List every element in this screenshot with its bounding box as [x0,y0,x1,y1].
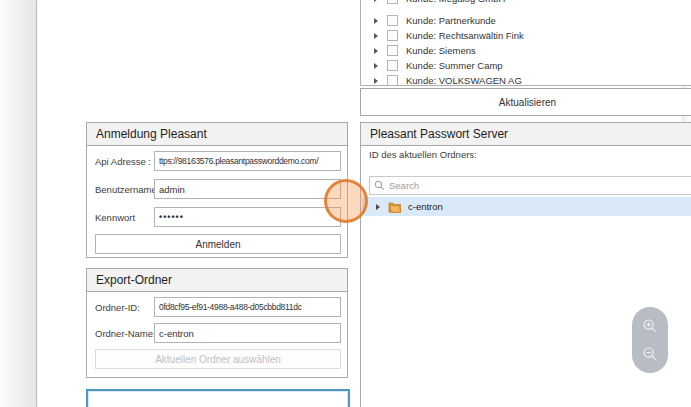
folder-id-input[interactable] [154,297,341,317]
server-tree-item-label: c-entron [408,201,443,212]
server-tree-row-selected[interactable]: c-entron [362,197,691,216]
zoom-out-button[interactable] [641,345,659,363]
search-icon [374,180,385,191]
login-button[interactable]: Anmelden [95,234,341,254]
tree-item-label: Kunde: VOLKSWAGEN AG [406,75,522,86]
current-folder-id-label: ID des aktuellen Ordners: [369,149,477,160]
tree-item-label: Kunde: Summer Camp [406,60,503,71]
tree-row[interactable]: Kunde: Rechtsanwältin Fink [361,28,691,43]
zoom-in-button[interactable] [641,317,659,335]
expander-icon[interactable] [374,18,378,24]
expander-icon[interactable] [374,0,378,2]
login-groupbox-title: Anmeldung Pleasant [87,123,347,146]
api-address-label: Api Adresse : [95,156,151,167]
tree-row[interactable]: Kunde: Summer Camp [361,58,691,73]
folder-name-label: Ordner-Name: [95,328,156,339]
checkbox[interactable] [387,75,398,86]
password-label: Kennwort [95,212,135,223]
expander-icon[interactable] [374,63,378,69]
page-edge-strip [5,0,37,407]
login-groupbox: Anmeldung Pleasant Api Adresse : Benutze… [86,122,348,258]
focused-button-clipped[interactable] [86,389,350,407]
api-address-input[interactable] [154,151,341,171]
app-window: Kunde: Megalog GmbH Kunde: Partnerkunde … [0,0,691,407]
expander-icon[interactable] [374,48,378,54]
search-box[interactable] [369,176,691,195]
customer-checkbox-tree: Kunde: Megalog GmbH Kunde: Partnerkunde … [360,0,691,86]
username-label: Benutzername [95,184,157,195]
tree-item-label: Kunde: Megalog GmbH [406,0,505,4]
expander-icon[interactable] [376,204,380,210]
checkbox[interactable] [387,60,398,71]
tree-row[interactable]: Kunde: Partnerkunde [361,13,691,28]
folder-id-label: Ordner-ID: [95,302,140,313]
checkbox[interactable] [387,45,398,56]
zoom-out-icon [642,346,658,362]
tree-item-label: Kunde: Siemens [406,45,476,56]
checkbox[interactable] [387,15,398,26]
expander-icon[interactable] [374,33,378,39]
folder-name-input[interactable] [154,323,341,343]
refresh-button[interactable]: Aktualisieren [360,88,691,116]
tree-row[interactable]: Kunde: VOLKSWAGEN AG [361,73,691,86]
checkbox[interactable] [387,30,398,41]
folder-icon [388,201,402,213]
password-input[interactable] [154,207,341,227]
export-groupbox: Export-Ordner Ordner-ID: Ordner-Name: Ak… [86,268,348,378]
tree-item-label: Kunde: Partnerkunde [406,15,496,26]
tree-item-label: Kunde: Rechtsanwältin Fink [406,30,524,41]
tree-row[interactable]: Kunde: Siemens [361,43,691,58]
zoom-controls [632,307,668,373]
search-input[interactable] [389,178,691,193]
username-input[interactable] [154,179,341,199]
select-current-folder-button[interactable]: Aktuellen Ordner auswählen [95,349,341,369]
expander-icon[interactable] [374,78,378,84]
export-groupbox-title: Export-Ordner [87,269,347,292]
checkbox[interactable] [387,0,398,4]
zoom-in-icon [642,318,658,334]
main-card: Kunde: Megalog GmbH Kunde: Partnerkunde … [38,0,682,407]
tree-row[interactable]: Kunde: Megalog GmbH [361,0,691,6]
server-panel-title: Pleasant Passwort Server [361,123,691,146]
